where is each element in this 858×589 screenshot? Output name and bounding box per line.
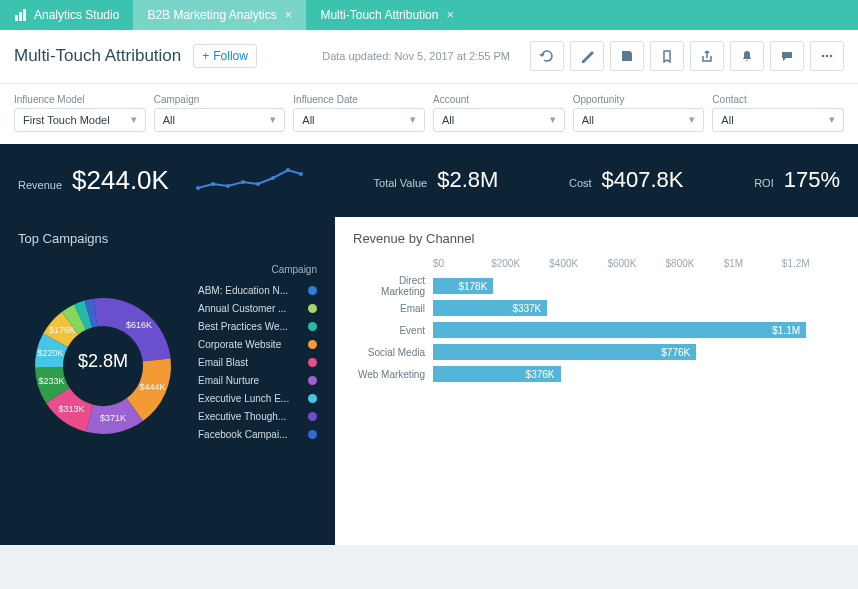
filter-label: Influence Model (14, 94, 146, 105)
bar[interactable]: $178K (433, 278, 493, 294)
legend-label: Executive Lunch E... (198, 393, 302, 404)
legend-item[interactable]: Corporate Website (198, 335, 317, 353)
legend-swatch (308, 322, 317, 331)
chevron-down-icon: ▾ (829, 113, 835, 126)
filter-value: First Touch Model (23, 114, 110, 126)
bar-category-label: Web Marketing (353, 369, 433, 380)
bar[interactable]: $776K (433, 344, 696, 360)
bookmark-button[interactable] (650, 41, 684, 71)
save-button[interactable] (610, 41, 644, 71)
follow-label: Follow (213, 49, 248, 63)
filter-value: All (582, 114, 594, 126)
share-button[interactable] (690, 41, 724, 71)
undo-button[interactable] (530, 41, 564, 71)
panel-revenue-by-channel: Revenue by Channel $0$200K$400K$600K$800… (335, 217, 858, 547)
metric-label: Total Value (374, 177, 428, 189)
svg-point-4 (826, 55, 829, 58)
legend-item[interactable]: Email Blast (198, 353, 317, 371)
filter-select-account[interactable]: All ▾ (433, 108, 565, 132)
bar-row: Social Media$776K (353, 341, 840, 363)
slice-label: $444K (139, 382, 165, 392)
slice-label: $220K (37, 348, 63, 358)
filter-select-opportunity[interactable]: All ▾ (573, 108, 705, 132)
slice-label: $371K (100, 414, 126, 424)
metric-label: Cost (569, 177, 592, 189)
filter-select-influence-date[interactable]: All ▾ (293, 108, 425, 132)
legend-label: Email Nurture (198, 375, 302, 386)
slice-label: $616K (126, 320, 152, 330)
filter-account: Account All ▾ (433, 94, 565, 132)
notifications-button[interactable] (730, 41, 764, 71)
filter-select-influence-model[interactable]: First Touch Model ▾ (14, 108, 146, 132)
bar-row: Event$1.1M (353, 319, 840, 341)
svg-rect-2 (23, 9, 26, 21)
legend-item[interactable]: Email Nurture (198, 371, 317, 389)
tab-multi-touch-attribution[interactable]: Multi-Touch Attribution × (306, 0, 468, 30)
metric-value: 175% (784, 167, 840, 193)
tab-b2b-marketing-analytics[interactable]: B2B Marketing Analytics × (133, 0, 306, 30)
bar[interactable]: $376K (433, 366, 561, 382)
metrics-strip: Revenue $244.0K Total Value $2.8M Cost $… (0, 144, 858, 218)
svg-rect-1 (19, 12, 22, 21)
comments-button[interactable] (770, 41, 804, 71)
axis-tick: $0 (433, 258, 491, 269)
metric-roi: ROI 175% (754, 167, 840, 193)
legend-item[interactable]: Executive Though... (198, 407, 317, 425)
legend-item[interactable]: ABM: Education N... (198, 281, 317, 299)
close-icon[interactable]: × (446, 7, 454, 22)
axis-tick: $200K (491, 258, 549, 269)
filter-value: All (721, 114, 733, 126)
filter-label: Account (433, 94, 565, 105)
panel-title: Top Campaigns (18, 231, 317, 246)
filter-opportunity: Opportunity All ▾ (573, 94, 705, 132)
filter-influence-date: Influence Date All ▾ (293, 94, 425, 132)
legend-label: Facebook Campai... (198, 429, 302, 440)
chevron-down-icon: ▾ (270, 113, 276, 126)
svg-point-5 (830, 55, 833, 58)
legend-item[interactable]: Executive Lunch E... (198, 389, 317, 407)
x-axis: $0$200K$400K$600K$800K$1M$1.2M (433, 258, 840, 269)
axis-tick: $400K (549, 258, 607, 269)
bar[interactable]: $1.1M (433, 322, 806, 338)
more-button[interactable] (810, 41, 844, 71)
filter-label: Influence Date (293, 94, 425, 105)
sparkline (193, 160, 303, 200)
svg-point-8 (226, 184, 230, 188)
svg-point-9 (241, 180, 245, 184)
filter-contact: Contact All ▾ (712, 94, 844, 132)
page-title: Multi-Touch Attribution (14, 46, 181, 66)
tab-label: B2B Marketing Analytics (147, 8, 276, 22)
filter-label: Campaign (154, 94, 286, 105)
edit-button[interactable] (570, 41, 604, 71)
metric-cost: Cost $407.8K (569, 167, 684, 193)
svg-point-11 (271, 176, 275, 180)
filter-select-contact[interactable]: All ▾ (712, 108, 844, 132)
svg-point-12 (286, 168, 290, 172)
legend-item[interactable]: Best Practices We... (198, 317, 317, 335)
legend-item[interactable]: Facebook Campai... (198, 425, 317, 443)
metric-total-value: Total Value $2.8M (374, 167, 499, 193)
bar[interactable]: $337K (433, 300, 547, 316)
footer-area (0, 545, 858, 589)
legend-item[interactable]: Annual Customer ... (198, 299, 317, 317)
follow-button[interactable]: + Follow (193, 44, 257, 68)
close-icon[interactable]: × (285, 7, 293, 22)
metric-value: $2.8M (437, 167, 498, 193)
legend-label: Executive Though... (198, 411, 302, 422)
filter-select-campaign[interactable]: All ▾ (154, 108, 286, 132)
legend-swatch (308, 340, 317, 349)
data-updated-text: Data updated: Nov 5, 2017 at 2:55 PM (322, 50, 510, 62)
axis-tick: $1M (724, 258, 782, 269)
legend-swatch (308, 358, 317, 367)
donut-chart[interactable]: $616K$444K$371K$313K$233K$220K$178K $2.8… (18, 256, 188, 466)
filter-value: All (442, 114, 454, 126)
metric-value: $407.8K (602, 167, 684, 193)
filter-label: Opportunity (573, 94, 705, 105)
brand-label: Analytics Studio (34, 8, 119, 22)
slice-label: $233K (38, 377, 64, 387)
bar-row: Email$337K (353, 297, 840, 319)
svg-point-10 (256, 182, 260, 186)
metric-label: ROI (754, 177, 774, 189)
slice-label: $178K (49, 325, 75, 335)
bar-chart[interactable]: $0$200K$400K$600K$800K$1M$1.2M Direct Ma… (353, 258, 840, 385)
